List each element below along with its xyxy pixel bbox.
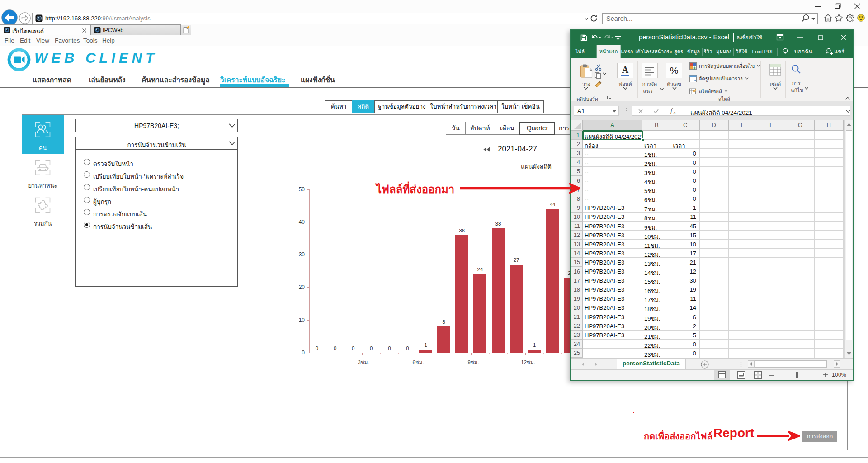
share-person-icon[interactable] (825, 47, 833, 56)
zoom-out-icon[interactable] (769, 373, 774, 377)
cell[interactable]: 19 (673, 286, 697, 293)
row-header[interactable]: 21 (571, 312, 583, 321)
cell[interactable]: 0 (673, 186, 697, 193)
column-header[interactable]: H (815, 120, 844, 131)
previous-date-icon[interactable] (483, 146, 490, 152)
cell[interactable]: 6 (673, 314, 697, 321)
feedback-smiley-icon[interactable] (857, 14, 865, 22)
cells-icon[interactable] (769, 64, 781, 76)
ribbon-tab[interactable]: เค้าโครงหน้ากระ (632, 45, 675, 58)
export-button[interactable]: การส่งออก (802, 431, 837, 442)
style-row-dropdown-icon[interactable] (724, 90, 728, 93)
row-header[interactable]: 23 (571, 331, 583, 340)
ribbon-tab[interactable]: Foxit PDF (750, 45, 777, 58)
column-header[interactable]: B (642, 120, 671, 131)
sheet-tab[interactable]: personStatisticData (617, 359, 686, 369)
save-icon[interactable] (580, 34, 587, 41)
row-header[interactable]: 17 (571, 276, 583, 285)
style-row-label[interactable]: การจัดรูปแบบตามเงื่อนไข (699, 62, 755, 70)
nav-item[interactable]: แสดงภาพสด (33, 74, 71, 85)
camera-select[interactable]: HP97B20AI-E3; (75, 119, 238, 132)
formula-cancel-icon[interactable] (638, 109, 643, 114)
row-header[interactable]: 24 (571, 340, 583, 349)
row-header[interactable]: 15 (571, 258, 583, 267)
scroll-down-icon[interactable] (846, 351, 852, 356)
new-tab-button[interactable] (181, 25, 191, 36)
number-button[interactable]: % (666, 63, 682, 78)
font-button[interactable]: A (617, 63, 633, 78)
ie-minimize-button[interactable] (814, 3, 822, 9)
row-header[interactable]: 1 (571, 131, 583, 140)
tab-close-icon[interactable] (82, 28, 87, 33)
ribbon-display-options-icon[interactable] (776, 34, 784, 41)
cell[interactable]: 12 (673, 268, 697, 275)
content-tab[interactable]: ใบหน้าสำหรับการลงเวลา (429, 100, 498, 113)
period-tab[interactable]: วัน (446, 122, 466, 135)
style-row-dropdown-icon[interactable] (756, 64, 761, 68)
row-header[interactable]: 19 (571, 294, 583, 303)
row-header[interactable]: 10 (571, 213, 583, 222)
style-row[interactable]: การจัดรูปแบบตามเงื่อนไข (689, 62, 761, 70)
cell[interactable]: 0 (673, 350, 697, 357)
cell[interactable]: 0 (673, 195, 697, 202)
scroll-up-icon[interactable] (846, 122, 852, 128)
cell[interactable]: 2 (673, 323, 697, 330)
sidebar-item-combined[interactable]: รวมกัน (22, 197, 64, 227)
cell[interactable]: 11 (673, 295, 697, 302)
content-tab[interactable]: สถิติ (352, 100, 375, 113)
cell[interactable]: 0 (673, 341, 697, 348)
formula-expand-icon[interactable] (845, 109, 851, 113)
ribbon-tab[interactable]: ไฟล์ (573, 45, 587, 58)
paste-dropdown-icon[interactable] (583, 86, 589, 90)
select-all-corner[interactable] (571, 120, 583, 131)
ribbon-tab[interactable]: สูตร (671, 45, 686, 58)
sheet-next-icon[interactable] (594, 362, 599, 367)
clipboard-dialog-launcher-icon[interactable] (607, 95, 611, 100)
home-icon[interactable] (824, 14, 832, 22)
style-row[interactable]: จัดรูปแบบเป็นตาราง (689, 75, 749, 83)
cell[interactable]: 11 (673, 213, 697, 220)
conditional-formatting-icon[interactable] (689, 62, 697, 70)
cells-dropdown-icon[interactable] (772, 86, 778, 90)
format-painter-icon[interactable] (594, 81, 602, 88)
ribbon-tab[interactable]: หน้าแรก (597, 45, 621, 58)
column-header[interactable]: D (700, 120, 729, 131)
ie-restore-button[interactable] (833, 3, 841, 9)
row-header[interactable]: 5 (571, 167, 583, 176)
row-header[interactable]: 3 (571, 149, 583, 158)
cell[interactable]: 45 (673, 223, 697, 230)
search-icon[interactable] (801, 14, 809, 22)
row-header[interactable]: 4 (571, 158, 583, 167)
hscroll-right-icon[interactable] (834, 360, 840, 368)
browser-tab[interactable]: เว็ปไคลเอนต์ (0, 24, 90, 35)
collapse-ribbon-icon[interactable] (844, 96, 851, 100)
content-tab[interactable]: ใบหน้า เช็คอิน (497, 100, 544, 113)
zoom-slider-thumb[interactable] (796, 372, 798, 378)
ribbon-tab[interactable]: วิธีใช้ (733, 45, 750, 58)
cell[interactable]: 17 (673, 250, 697, 257)
excel-minimize-icon[interactable] (797, 37, 804, 38)
row-header[interactable]: 12 (571, 231, 583, 240)
row-header[interactable]: 14 (571, 249, 583, 258)
scroll-thumb[interactable] (846, 130, 852, 340)
new-sheet-icon[interactable] (701, 360, 709, 369)
excel-close-icon[interactable] (840, 34, 847, 40)
forward-button[interactable] (19, 12, 31, 24)
menu-tools[interactable]: Tools (83, 37, 98, 44)
cell[interactable]: 5 (673, 332, 697, 339)
column-header[interactable]: F (757, 120, 786, 131)
ie-close-button[interactable] (853, 3, 861, 9)
style-row[interactable]: สไตล์เซลล์ (689, 87, 728, 95)
tellme-bulb-icon[interactable] (782, 48, 788, 56)
column-header[interactable]: A (583, 120, 642, 131)
menu-favorites[interactable]: Favorites (55, 37, 80, 44)
cell[interactable]: 0 (673, 150, 697, 157)
browser-tab[interactable]: IPCWeb (90, 24, 181, 35)
row-header[interactable]: 9 (571, 203, 583, 213)
row-header[interactable]: 20 (571, 303, 583, 312)
sidebar-item-person[interactable]: คน (22, 115, 64, 154)
column-header[interactable]: E (729, 120, 758, 131)
cell[interactable]: 0 (673, 159, 697, 166)
view-normal-button[interactable] (714, 370, 730, 380)
row-header[interactable]: 18 (571, 285, 583, 294)
